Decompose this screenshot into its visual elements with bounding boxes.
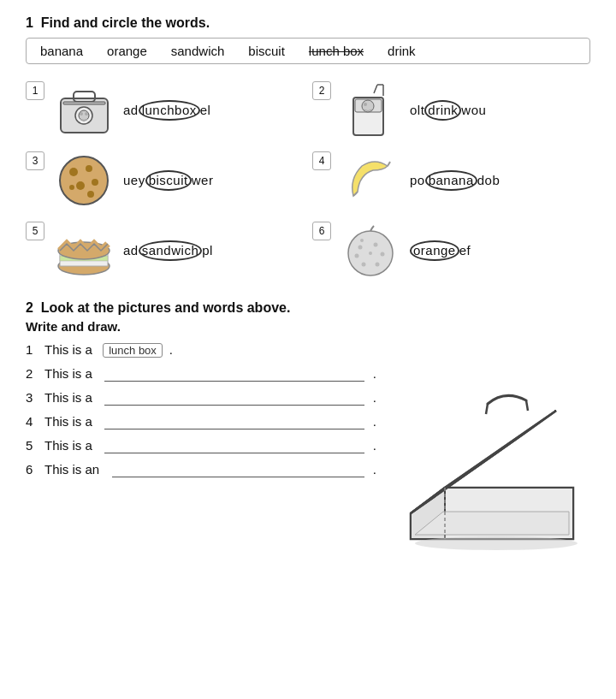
svg-point-44: [415, 536, 578, 550]
svg-point-17: [92, 179, 98, 186]
svg-point-6: [85, 112, 88, 116]
item-num-5: 5: [26, 222, 44, 240]
svg-point-16: [86, 165, 92, 172]
svg-point-15: [69, 168, 78, 176]
svg-point-28: [373, 242, 377, 246]
line-num-1: 1: [26, 342, 41, 357]
svg-line-41: [526, 400, 528, 411]
svg-point-4: [79, 110, 89, 121]
svg-line-11: [374, 85, 377, 93]
puzzle-item-1: 1 adlunchboxel: [26, 80, 304, 141]
word-bank: banana orange sandwich biscuit lunch box…: [26, 38, 590, 64]
write-line-6: 6 This is an .: [26, 462, 376, 477]
puzzle-item-4: 4 pobananadob: [312, 150, 590, 211]
svg-point-20: [87, 191, 94, 198]
word-drink: drink: [388, 44, 416, 58]
word-banana: banana: [40, 44, 83, 58]
food-img-5: [53, 220, 115, 281]
answer-field-6[interactable]: [112, 462, 364, 477]
svg-point-14: [60, 157, 108, 204]
line-text-1: This is a: [44, 342, 99, 357]
food-img-6: [340, 220, 401, 281]
line-num-4: 4: [26, 414, 41, 429]
svg-point-9: [362, 100, 374, 112]
line-num-2: 2: [26, 366, 41, 381]
write-line-5: 5 This is a .: [26, 438, 376, 453]
svg-point-26: [369, 252, 372, 255]
answer-field-5[interactable]: [104, 438, 364, 453]
svg-point-27: [358, 245, 362, 249]
puzzle-item-5: 5 adsandwichpl: [26, 220, 304, 281]
item-num-6: 6: [312, 222, 331, 240]
food-img-3: [53, 150, 115, 211]
answer-field-2[interactable]: [104, 366, 364, 382]
puzzle-text-6: orangeef: [410, 240, 471, 261]
food-img-1: [53, 80, 115, 141]
svg-point-10: [364, 103, 367, 106]
line-text-3: This is a: [44, 390, 99, 405]
svg-point-18: [76, 181, 85, 190]
svg-point-5: [80, 112, 83, 116]
line-num-6: 6: [26, 462, 41, 477]
line-num-3: 3: [26, 390, 41, 405]
lunchbox-drawing: [394, 342, 590, 542]
food-img-4: [340, 150, 401, 211]
puzzle-text-2: oltdrinkwou: [410, 100, 486, 121]
word-sandwich: sandwich: [171, 44, 225, 58]
line-text-2: This is a: [44, 366, 99, 381]
answer-field-3[interactable]: [104, 390, 364, 406]
section2-title: 2 Look at the pictures and words above.: [26, 300, 590, 316]
answer-1: lunch box: [103, 343, 163, 358]
svg-point-19: [69, 185, 74, 190]
puzzle-text-1: adlunchboxel: [123, 100, 210, 121]
puzzle-grid: 1 adlunchboxel 2: [26, 80, 590, 281]
section2-sub: Write and draw.: [26, 319, 590, 334]
svg-point-31: [361, 262, 365, 266]
word-lunchbox: lunch box: [309, 44, 364, 58]
svg-point-32: [354, 253, 358, 258]
puzzle-text-3: ueybiscuitwer: [123, 170, 213, 191]
section1-title: 1 Find and circle the words.: [26, 15, 590, 31]
section2-layout: 1 This is a lunch box . 2 This is a . 3 …: [26, 342, 590, 542]
svg-point-33: [360, 239, 364, 242]
item-num-4: 4: [312, 151, 331, 170]
item-num-2: 2: [312, 81, 331, 100]
food-img-2: [340, 80, 401, 141]
section2: 2 Look at the pictures and words above. …: [26, 300, 590, 542]
line-text-5: This is a: [44, 438, 99, 453]
write-line-3: 3 This is a .: [26, 390, 376, 406]
puzzle-item-3: 3 ueybiscuitwer: [26, 150, 304, 211]
item-num-1: 1: [26, 81, 44, 100]
item-num-3: 3: [26, 151, 44, 170]
line-num-5: 5: [26, 438, 41, 453]
puzzle-text-5: adsandwichpl: [123, 240, 213, 261]
write-line-4: 4 This is a .: [26, 414, 376, 429]
svg-line-40: [486, 404, 488, 414]
svg-point-29: [380, 252, 384, 256]
puzzle-text-4: pobananadob: [410, 170, 500, 191]
line-text-4: This is a: [44, 414, 99, 429]
line-text-6: This is an: [44, 462, 107, 477]
section1: 1 Find and circle the words. banana oran…: [26, 15, 590, 281]
write-line-1: 1 This is a lunch box .: [26, 342, 376, 358]
svg-rect-2: [63, 102, 105, 104]
answer-field-4[interactable]: [104, 414, 364, 429]
puzzle-item-2: 2 oltdrinkwou: [312, 80, 590, 141]
write-line-2: 2 This is a .: [26, 366, 376, 382]
puzzle-item-6: 6 orangeef: [312, 220, 590, 281]
word-biscuit: biscuit: [248, 44, 285, 58]
svg-point-30: [375, 262, 379, 266]
write-lines: 1 This is a lunch box . 2 This is a . 3 …: [26, 342, 376, 486]
word-orange: orange: [107, 44, 147, 58]
